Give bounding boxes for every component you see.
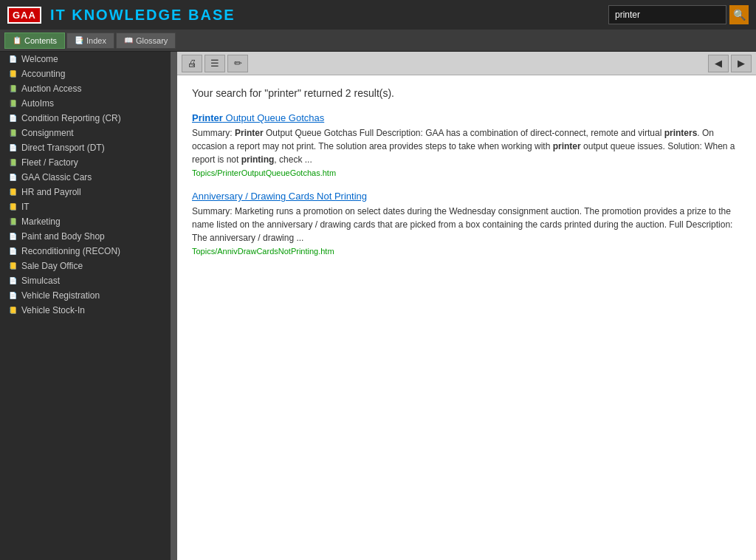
sidebar: 📄Welcome📒Accounting📗Auction Access📗AutoI… [0, 52, 177, 560]
sidebar-resize-handle[interactable] [171, 52, 175, 560]
result-title-rest: Output Queue Gotchas [223, 112, 324, 123]
sidebar-item[interactable]: 📄Welcome [0, 52, 175, 66]
sidebar-item[interactable]: 📄GAA Classic Cars [0, 170, 175, 185]
sidebar-item[interactable]: 📒Sale Day Office [0, 259, 175, 273]
sidebar-item-label: Auction Access [21, 83, 81, 94]
tabbar: 📋 Contents 📑 Index 📖 Glossary [0, 30, 756, 52]
main-layout: 📄Welcome📒Accounting📗Auction Access📗AutoI… [0, 52, 756, 560]
sidebar-item[interactable]: 📄Condition Reporting (CR) [0, 111, 175, 126]
sidebar-item[interactable]: 📗Auction Access [0, 81, 175, 96]
sidebar-item-label: Condition Reporting (CR) [21, 113, 121, 123]
forward-button[interactable]: ▶ [731, 55, 752, 72]
sidebar-item-icon: 📄 [7, 143, 18, 153]
sidebar-item-icon: 📄 [7, 276, 18, 286]
tab-contents-label: Contents [24, 36, 57, 45]
sidebar-item-icon: 📗 [7, 157, 18, 168]
result-header: Your search for "printer" returned 2 res… [192, 87, 741, 99]
sidebar-item-label: GAA Classic Cars [21, 172, 92, 182]
back-button[interactable]: ◀ [708, 55, 729, 72]
toolbar-nav: ◀ ▶ [708, 55, 752, 72]
summary-highlight: printers [664, 128, 698, 138]
sidebar-item-label: Reconditioning (RECON) [21, 246, 120, 256]
sidebar-item-icon: 📄 [7, 290, 18, 301]
result-list: Printer Output Queue GotchasSummary: Pri… [192, 112, 741, 256]
result-link[interactable]: Topics/AnnivDrawCardsNotPrinting.htm [192, 247, 741, 256]
header: GAA IT KNOWLEDGE BASE 🔍 [0, 0, 756, 30]
sidebar-item-label: Vehicle Stock-In [21, 305, 85, 315]
sidebar-item[interactable]: 📄Reconditioning (RECON) [0, 244, 175, 259]
result-item: Anniversary / Drawing Cards Not Printing… [192, 191, 741, 256]
result-summary: Summary: Printer Output Queue Gotchas Fu… [192, 126, 741, 166]
summary-highlight: printing [241, 154, 275, 165]
sidebar-item-icon: 📒 [7, 69, 18, 79]
sidebar-item-label: Simulcast [21, 276, 60, 286]
sidebar-item[interactable]: 📄Vehicle Registration [0, 288, 175, 303]
print-button[interactable]: 🖨 [182, 55, 202, 72]
sidebar-item-label: Paint and Body Shop [21, 231, 105, 242]
sidebar-item[interactable]: 📄Simulcast [0, 273, 175, 288]
sidebar-item-label: Welcome [21, 54, 58, 64]
sidebar-item-label: HR and Payroll [21, 187, 81, 197]
index-icon: 📑 [75, 36, 83, 44]
sidebar-item-icon: 📄 [7, 246, 18, 256]
sidebar-item-label: AutoIms [21, 98, 54, 109]
sidebar-item-icon: 📄 [7, 172, 18, 182]
sidebar-item-label: Marketing [21, 216, 61, 227]
sidebar-item-icon: 📗 [7, 216, 18, 227]
sidebar-item-label: Direct Transport (DT) [21, 143, 105, 153]
sidebar-item[interactable]: 📄Direct Transport (DT) [0, 140, 175, 155]
sidebar-item[interactable]: 📗AutoIms [0, 96, 175, 111]
sidebar-item-label: Consignment [21, 128, 74, 138]
sidebar-item-icon: 📄 [7, 231, 18, 242]
search-bar: 🔍 [608, 5, 749, 24]
sidebar-item-label: Accounting [21, 69, 65, 79]
toolbar: 🖨 ☰ ✏ ◀ ▶ [177, 52, 756, 75]
result-summary: Summary: Marketing runs a promotion on s… [192, 205, 741, 245]
tab-glossary-label: Glossary [136, 36, 168, 45]
sidebar-item[interactable]: 📗Fleet / Factory [0, 155, 175, 170]
sidebar-item-icon: 📄 [7, 113, 18, 123]
content-area: 🖨 ☰ ✏ ◀ ▶ Your search for "printer" retu… [177, 52, 756, 560]
search-button[interactable]: 🔍 [729, 5, 749, 24]
tab-glossary[interactable]: 📖 Glossary [116, 33, 176, 49]
sidebar-item[interactable]: 📄Paint and Body Shop [0, 229, 175, 244]
sidebar-item-icon: 📄 [7, 54, 18, 64]
list-button[interactable]: ☰ [205, 55, 225, 72]
sidebar-item[interactable]: 📒Vehicle Stock-In [0, 303, 175, 318]
sidebar-item[interactable]: 📒Accounting [0, 66, 175, 81]
result-title[interactable]: Anniversary / Drawing Cards Not Printing [192, 191, 741, 202]
sidebar-item-icon: 📒 [7, 202, 18, 212]
edit-button[interactable]: ✏ [227, 55, 248, 72]
tab-contents[interactable]: 📋 Contents [4, 33, 65, 49]
app-title: IT KNOWLEDGE BASE [50, 7, 599, 24]
result-area: Your search for "printer" returned 2 res… [177, 75, 756, 560]
sidebar-item-icon: 📒 [7, 305, 18, 315]
sidebar-item[interactable]: 📒HR and Payroll [0, 185, 175, 199]
search-input[interactable] [608, 5, 726, 24]
sidebar-item-label: Fleet / Factory [21, 157, 78, 168]
sidebar-item[interactable]: 📗Consignment [0, 126, 175, 140]
sidebar-item-icon: 📒 [7, 187, 18, 197]
result-title[interactable]: Printer Output Queue Gotchas [192, 112, 741, 123]
tab-index[interactable]: 📑 Index [66, 33, 114, 49]
summary-highlight: Printer [235, 128, 264, 138]
sidebar-item-icon: 📗 [7, 128, 18, 138]
contents-icon: 📋 [13, 36, 21, 44]
sidebar-item[interactable]: 📗Marketing [0, 214, 175, 229]
result-item: Printer Output Queue GotchasSummary: Pri… [192, 112, 741, 177]
sidebar-item-label: Vehicle Registration [21, 290, 100, 301]
result-link[interactable]: Topics/PrinterOutputQueueGotchas.htm [192, 168, 741, 177]
result-title-highlight: Printer [192, 112, 223, 123]
tab-index-label: Index [86, 36, 106, 45]
sidebar-item-label: Sale Day Office [21, 261, 83, 271]
sidebar-item-icon: 📗 [7, 98, 18, 109]
logo: GAA [7, 7, 41, 24]
summary-highlight: printer [553, 141, 581, 151]
sidebar-item[interactable]: 📒IT [0, 199, 175, 214]
sidebar-item-icon: 📗 [7, 83, 18, 94]
result-title-rest: Anniversary / Drawing Cards Not Printing [192, 191, 367, 202]
sidebar-item-icon: 📒 [7, 261, 18, 271]
glossary-icon: 📖 [124, 36, 133, 44]
sidebar-item-label: IT [21, 202, 30, 212]
